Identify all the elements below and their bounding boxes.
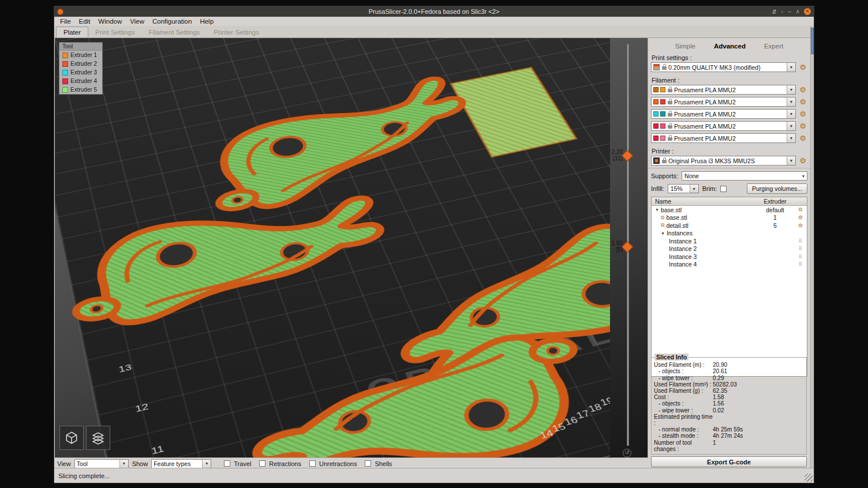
instance-row-2[interactable]: Instance 2 ⠿ <box>652 245 807 253</box>
lock-icon <box>668 113 672 117</box>
lock-icon <box>668 125 672 129</box>
legend-label: Extruder 5 <box>70 87 97 93</box>
chevron-down-icon[interactable]: ▾ <box>787 97 795 106</box>
menu-window[interactable]: Window <box>94 17 126 25</box>
window-pin-icon[interactable]: ▫ <box>781 9 784 15</box>
slider-reset-icon[interactable]: ↺ <box>623 449 631 457</box>
tab-printer-settings[interactable]: Printer Settings <box>207 27 266 37</box>
chevron-down-icon[interactable]: ▾ <box>787 63 795 72</box>
filament-combo-2[interactable]: Prusament PLA MMU2 ▾ <box>651 97 796 107</box>
print-settings-gear-icon[interactable]: ⚙ <box>798 63 807 71</box>
chevron-down-icon[interactable]: ▾ <box>119 460 128 468</box>
window-close-icon[interactable]: × <box>804 8 811 15</box>
menu-view[interactable]: View <box>126 17 148 25</box>
show-combo[interactable]: Feature types ▾ <box>151 459 211 468</box>
filament1-gear-icon[interactable]: ⚙ <box>798 86 807 93</box>
window-float-icon[interactable]: ⇵ <box>772 9 776 15</box>
print-bed[interactable]: ORIGINAL PRUSA 13 12 11 14 15 16 17 18 1… <box>55 38 610 457</box>
view-label: View <box>57 460 71 467</box>
object-export-icon[interactable]: ⧉ <box>794 207 807 213</box>
layer-slider-upper-handle[interactable] <box>622 150 633 162</box>
filament2-gear-icon[interactable]: ⚙ <box>798 98 807 106</box>
instances-group-row[interactable]: ▼Instances <box>652 230 807 238</box>
menu-file[interactable]: File <box>56 17 75 25</box>
filament-combo-1[interactable]: Prusament PLA MMU2 ▾ <box>651 85 796 95</box>
expander-icon[interactable]: ▼ <box>661 231 665 235</box>
chevron-down-icon[interactable]: ▾ <box>787 110 795 118</box>
tab-plater[interactable]: Plater <box>56 27 88 37</box>
menu-edit[interactable]: Edit <box>75 17 95 25</box>
filament5-gear-icon[interactable]: ⚙ <box>798 134 807 142</box>
volume-row-detail[interactable]: ⧉detail.stl 5 ⚙ <box>652 222 807 230</box>
extruder2-swatch <box>62 61 68 67</box>
shells-checkbox[interactable] <box>365 460 371 467</box>
3d-viewport[interactable]: ORIGINAL PRUSA 13 12 11 14 15 16 17 18 1… <box>55 38 648 457</box>
legend-label: Extruder 1 <box>70 52 97 58</box>
purging-volumes-button[interactable]: Purging volumes... <box>747 183 807 194</box>
view-value: Tool <box>77 460 88 467</box>
instance-row-1[interactable]: Instance 1 ⠿ <box>652 237 807 245</box>
filament2-value: Prusament PLA MMU2 <box>674 99 736 106</box>
chevron-down-icon[interactable]: ▾ <box>787 122 795 130</box>
sliced-object-2[interactable] <box>74 197 389 329</box>
travel-checkbox[interactable] <box>224 460 230 467</box>
chevron-down-icon[interactable]: ▾ <box>787 134 795 142</box>
export-gcode-button[interactable]: Export G-code <box>651 456 807 467</box>
scrollbar-thumb[interactable] <box>811 28 814 54</box>
object-list-header: Name Extruder <box>652 197 807 206</box>
object-row-base[interactable]: ▼base.stl default ⧉ <box>652 206 807 214</box>
wipe-tower[interactable] <box>451 67 576 157</box>
layer-slider-lower-handle[interactable] <box>622 241 633 253</box>
tab-filament-settings[interactable]: Filament Settings <box>141 27 207 37</box>
volume-row-base[interactable]: ⧉base.stl 1 ⚙ <box>652 214 807 222</box>
filament4-gear-icon[interactable]: ⚙ <box>798 122 807 130</box>
chevron-down-icon[interactable]: ▾ <box>787 85 795 94</box>
column-extruder: Extruder <box>756 198 794 205</box>
instance-row-4[interactable]: Instance 4 ⠿ <box>652 261 807 269</box>
layers-preview-button[interactable] <box>86 426 110 450</box>
side-panel: Simple Advanced Expert Print settings : … <box>648 38 810 469</box>
infill-combo[interactable]: 15% ▾ <box>668 184 699 193</box>
unretractions-checkbox[interactable] <box>309 460 316 467</box>
window-shade-icon[interactable]: ˄ <box>796 9 799 15</box>
printer-icon <box>653 157 660 164</box>
sliced-object-1[interactable] <box>188 76 495 219</box>
supports-combo[interactable]: None ▾ <box>682 171 807 181</box>
brim-checkbox[interactable] <box>720 186 727 192</box>
menu-help[interactable]: Help <box>196 17 218 25</box>
volume-icon: ⧉ <box>661 215 664 221</box>
retractions-checkbox[interactable] <box>259 460 265 467</box>
chevron-down-icon[interactable]: ▾ <box>202 460 211 468</box>
tab-print-settings[interactable]: Print Settings <box>88 27 141 37</box>
filament3-gear-icon[interactable]: ⚙ <box>798 110 807 118</box>
volume-settings-gear-icon[interactable]: ⚙ <box>794 215 807 220</box>
show-value: Feature types <box>154 460 190 467</box>
filament-combo-4[interactable]: Prusament PLA MMU2 ▾ <box>651 121 796 131</box>
mode-simple[interactable]: Simple <box>675 43 695 50</box>
mode-expert[interactable]: Expert <box>764 43 783 50</box>
view-combo[interactable]: Tool ▾ <box>74 459 129 468</box>
resize-grip[interactable] <box>805 474 813 482</box>
volume-settings-gear-icon[interactable]: ⚙ <box>794 223 807 228</box>
title-bar[interactable]: PrusaSlicer-2.0.0+Fedora based on Slic3r… <box>54 6 814 17</box>
menu-configuration[interactable]: Configuration <box>148 17 196 25</box>
print-settings-combo[interactable]: 0.20mm QUALITY MK3 (modified) ▾ <box>651 62 796 72</box>
filament2-color-a <box>653 99 659 104</box>
chevron-down-icon[interactable]: ▾ <box>787 156 795 165</box>
infill-label: Infill: <box>651 185 664 192</box>
status-bar: Slicing complete... <box>54 468 814 483</box>
window-minimize-icon[interactable]: − <box>788 9 791 15</box>
unretractions-label: Unretractions <box>319 460 357 467</box>
filament-combo-5[interactable]: Prusament PLA MMU2 ▾ <box>651 133 796 143</box>
window-scrollbar[interactable] <box>810 26 814 468</box>
printer-value: Original Prusa i3 MK3S MMU2S <box>668 157 755 164</box>
printer-gear-icon[interactable]: ⚙ <box>798 157 807 164</box>
3d-view-button[interactable] <box>59 426 84 450</box>
expander-icon[interactable]: ▼ <box>655 208 659 212</box>
chevron-down-icon[interactable]: ▾ <box>690 185 698 193</box>
filament-combo-3[interactable]: Prusament PLA MMU2 ▾ <box>651 109 796 119</box>
instance-row-3[interactable]: Instance 3 ⠿ <box>652 253 807 261</box>
legend-label: Extruder 3 <box>70 69 97 76</box>
printer-combo[interactable]: Original Prusa i3 MK3S MMU2S ▾ <box>651 156 796 166</box>
mode-advanced[interactable]: Advanced <box>714 43 746 50</box>
